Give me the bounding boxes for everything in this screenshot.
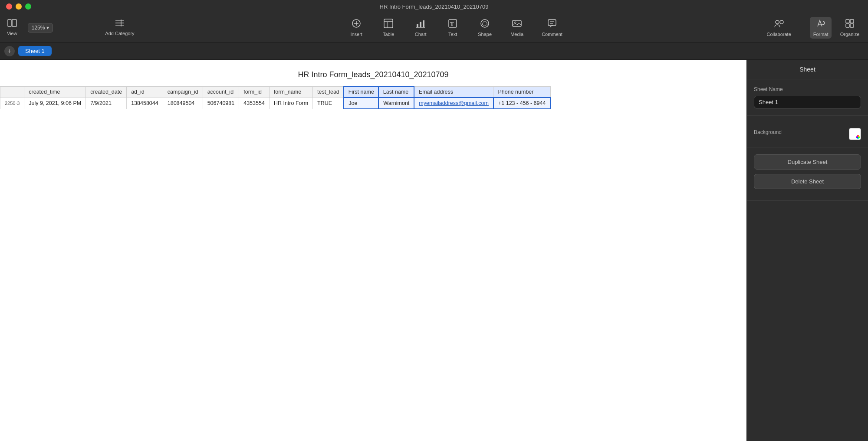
svg-rect-0 — [8, 20, 11, 26]
col-email[interactable]: Email address — [414, 87, 493, 98]
zoom-chevron: ▾ — [46, 25, 49, 31]
col-created-date[interactable]: created_date — [86, 87, 127, 98]
svg-rect-22 — [548, 20, 556, 26]
zoom-control[interactable]: 125% ▾ — [28, 23, 53, 33]
cell-email[interactable]: myemailaddress@gmail.com — [414, 98, 493, 109]
duplicate-sheet-button[interactable]: Duplicate Sheet — [754, 154, 861, 170]
svg-rect-28 — [846, 20, 849, 23]
table-icon — [384, 19, 393, 30]
svg-point-21 — [514, 22, 516, 23]
col-form-id[interactable]: form_id — [239, 87, 270, 98]
cell-campaign-id[interactable]: 180849504 — [163, 98, 203, 109]
zoom-value: 125% — [32, 25, 45, 31]
sheet-tabs-bar: + Sheet 1 — [0, 42, 868, 60]
color-well-dot — [856, 135, 860, 139]
main-area: HR Intro Form_leads_20210410_20210709 cr… — [0, 60, 868, 441]
svg-rect-31 — [850, 24, 854, 27]
cell-created-date[interactable]: 7/9/2021 — [86, 98, 127, 109]
toolbar-left: View 125% ▾ — [7, 19, 94, 36]
window-controls — [6, 3, 31, 10]
cell-test-lead[interactable]: TRUE — [313, 98, 344, 109]
comment-button[interactable]: Comment — [538, 17, 566, 39]
toolbar-center: Insert Table Char — [146, 17, 766, 39]
row-header-col — [0, 87, 24, 98]
add-sheet-button[interactable]: + — [4, 46, 15, 56]
right-panel: Sheet Sheet Name Background Duplicate Sh… — [746, 60, 868, 441]
table-header-row: created_time created_date ad_id campaign… — [0, 87, 551, 98]
table-button[interactable]: Table — [378, 17, 399, 39]
window-title: HR Intro Form_leads_20210410_20210709 — [380, 3, 489, 10]
background-section: Background — [747, 116, 868, 147]
collaborate-icon — [774, 19, 784, 30]
chart-label: Chart — [415, 32, 427, 37]
background-color-well[interactable] — [849, 128, 861, 140]
add-category-icon — [115, 19, 125, 29]
col-phone[interactable]: Phone number — [493, 87, 550, 98]
col-last-name[interactable]: Last name — [378, 87, 414, 98]
col-ad-id[interactable]: ad_id — [127, 87, 163, 98]
delete-sheet-button[interactable]: Delete Sheet — [754, 174, 861, 189]
format-label: Format — [813, 32, 829, 37]
svg-rect-30 — [846, 24, 849, 27]
right-panel-header: Sheet — [747, 60, 868, 79]
add-category-section: Add Category — [94, 19, 146, 36]
col-campaign-id[interactable]: campaign_id — [163, 87, 203, 98]
svg-marker-19 — [482, 22, 487, 26]
background-label: Background — [754, 129, 782, 135]
add-category-button[interactable]: Add Category — [100, 19, 139, 36]
col-account-id[interactable]: account_id — [203, 87, 239, 98]
svg-text:T: T — [450, 20, 454, 27]
insert-button[interactable]: Insert — [345, 17, 367, 39]
comment-label: Comment — [542, 32, 562, 37]
media-icon — [512, 19, 522, 30]
organize-label: Organize — [840, 32, 860, 37]
cell-form-id[interactable]: 4353554 — [239, 98, 270, 109]
cell-ad-id[interactable]: 138458044 — [127, 98, 163, 109]
shape-button[interactable]: Shape — [474, 17, 496, 39]
media-label: Media — [510, 32, 523, 37]
text-icon: T — [448, 19, 457, 30]
media-button[interactable]: Media — [506, 17, 528, 39]
view-button[interactable]: View — [7, 19, 17, 36]
background-row: Background — [754, 128, 861, 140]
row-number: 2250-3 — [0, 98, 24, 109]
svg-rect-12 — [417, 24, 418, 27]
spreadsheet-table: created_time created_date ad_id campaign… — [0, 86, 551, 109]
cell-first-name[interactable]: Joe — [344, 98, 378, 109]
zoom-button[interactable]: 125% ▾ — [28, 23, 53, 33]
col-test-lead[interactable]: test_lead — [313, 87, 344, 98]
sheet-tab-1[interactable]: Sheet 1 — [18, 46, 52, 56]
doc-title: HR Intro Form_leads_20210410_20210709 — [0, 60, 746, 86]
table-wrapper: created_time created_date ad_id campaign… — [0, 86, 746, 109]
col-form-name[interactable]: form_name — [269, 87, 312, 98]
col-first-name[interactable]: First name — [344, 87, 378, 98]
sheet-name-input[interactable] — [754, 96, 861, 108]
insert-label: Insert — [350, 32, 362, 37]
add-category-label: Add Category — [105, 31, 134, 36]
organize-button[interactable]: Organize — [838, 17, 861, 39]
maximize-button[interactable] — [25, 3, 31, 10]
col-created-time[interactable]: created_time — [24, 87, 86, 98]
collaborate-button[interactable]: Collaborate — [766, 17, 792, 39]
close-button[interactable] — [6, 3, 12, 10]
sheet-actions-section: Duplicate Sheet Delete Sheet — [747, 147, 868, 201]
chart-button[interactable]: Chart — [410, 17, 431, 39]
view-label: View — [7, 31, 17, 36]
cell-form-name[interactable]: HR Intro Form — [269, 98, 312, 109]
organize-icon — [845, 19, 855, 30]
sheet-name-section: Sheet Name — [747, 79, 868, 116]
format-button[interactable]: Format — [810, 17, 832, 39]
cell-last-name[interactable]: Warnimont — [378, 98, 414, 109]
format-icon — [816, 19, 825, 30]
cell-account-id[interactable]: 506740981 — [203, 98, 239, 109]
insert-icon — [352, 19, 361, 30]
minimize-button[interactable] — [16, 3, 22, 10]
cell-created-time[interactable]: July 9, 2021, 9:06 PM — [24, 98, 86, 109]
svg-rect-20 — [513, 20, 521, 26]
table-label: Table — [383, 32, 394, 37]
comment-icon — [547, 19, 557, 30]
svg-rect-14 — [423, 20, 424, 27]
cell-phone[interactable]: +1 123 - 456 - 6944 — [493, 98, 550, 109]
view-icon — [7, 19, 17, 29]
text-button[interactable]: T Text — [442, 17, 464, 39]
